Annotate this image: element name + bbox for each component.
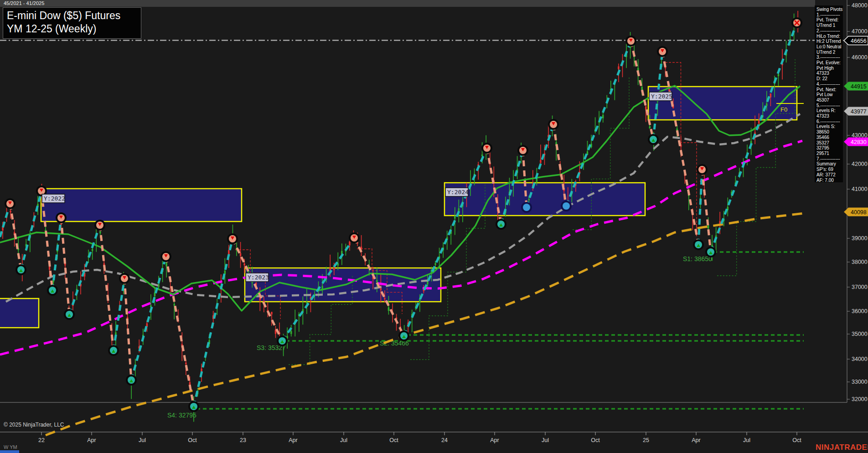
price-axis-label: 36000 bbox=[852, 308, 868, 314]
swing-pivots-panel: Swing Pivots1.-------------Pvt. Trend:UT… bbox=[815, 5, 843, 182]
support-level-label: S4: 32795 bbox=[167, 412, 196, 419]
panel-line: 35327 bbox=[816, 140, 843, 146]
time-axis-label: Apr bbox=[87, 437, 96, 443]
panel-line: Pvt. Evolve: bbox=[816, 60, 843, 66]
price-axis-label: 33000 bbox=[852, 379, 868, 385]
chart-title-box: E-mini Dow ($5) Futures YM 12-25 (Weekly… bbox=[3, 7, 141, 39]
copyright-label: © 2025 NinjaTrader, LLC bbox=[4, 422, 64, 428]
panel-line: 1.------------- bbox=[816, 12, 843, 18]
panel-line: 32795 bbox=[816, 145, 843, 151]
time-axis-label: Oct bbox=[389, 437, 398, 443]
year-label-text: Y:2022 bbox=[44, 195, 65, 202]
panel-line: Summary bbox=[816, 161, 843, 167]
time-axis-label: 22 bbox=[38, 437, 45, 443]
time-axis-label: Oct bbox=[792, 437, 801, 443]
panel-line: 47323 bbox=[816, 113, 843, 119]
year-label-text: Y:2024 bbox=[447, 189, 469, 196]
pivot-marker-inside bbox=[563, 202, 570, 210]
panel-line: Pvt High bbox=[816, 66, 843, 71]
panel-line: Hi:2 UTrend bbox=[816, 39, 843, 44]
time-axis-label: Jul bbox=[139, 437, 146, 443]
pivot-marker-inside bbox=[523, 204, 530, 211]
time-axis-label: Oct bbox=[188, 437, 197, 443]
price-axis-label: 41000 bbox=[852, 186, 868, 192]
panel-line: 45307 bbox=[816, 98, 843, 103]
time-axis-label: Jul bbox=[743, 437, 750, 443]
year-range-box bbox=[0, 299, 39, 328]
year-range-box bbox=[41, 189, 242, 221]
panel-line: 38650 bbox=[816, 129, 843, 135]
panel-line: 35466 bbox=[816, 135, 843, 140]
price-tag-value: 40098 bbox=[851, 209, 867, 216]
price-axis-label: 42000 bbox=[852, 161, 868, 167]
panel-line: AR: 3772 bbox=[816, 172, 843, 178]
panel-line: UTrend 1 bbox=[816, 23, 843, 28]
panel-line: 3.------------- bbox=[816, 55, 843, 60]
year-label-text: Y:2023 bbox=[248, 274, 269, 281]
price-axis-label: 46000 bbox=[852, 54, 868, 61]
ninjatrader-logo: NINJATRADER bbox=[816, 443, 868, 452]
time-axis-label: Jul bbox=[340, 437, 347, 443]
panel-line: 29571 bbox=[816, 151, 843, 156]
instrument-title: E-mini Dow ($5) Futures bbox=[7, 9, 137, 22]
price-axis-label: 39000 bbox=[852, 235, 868, 242]
panel-line: 2.------------- bbox=[816, 28, 843, 34]
time-axis-label: 25 bbox=[643, 437, 649, 443]
price-tag-value: 43977 bbox=[851, 108, 867, 115]
time-axis-label: Jul bbox=[542, 437, 549, 443]
panel-line: Pvt. Trend: bbox=[816, 17, 843, 23]
panel-line: 4.------------- bbox=[816, 82, 843, 87]
date-range-bar: 45/2021 - 41/2025 bbox=[0, 0, 815, 7]
price-axis-label: 48000 bbox=[852, 2, 868, 9]
time-axis-label: 24 bbox=[441, 437, 448, 443]
year-label-text: Y:2025 bbox=[651, 93, 672, 100]
price-axis-label: 35000 bbox=[852, 331, 868, 337]
panel-line: Lo:0 Neutral bbox=[816, 44, 843, 50]
tab-accent-bar bbox=[0, 450, 19, 453]
panel-line: 5.------------- bbox=[816, 103, 843, 108]
time-axis-label: Apr bbox=[490, 437, 499, 443]
chart-tab-label[interactable]: W YM bbox=[4, 444, 17, 450]
chart-window: S1: 38650S2: 35466S3: 35327S4: 32795F0Y:… bbox=[0, 0, 868, 453]
f0-label: F0 bbox=[780, 106, 787, 113]
panel-line: AF: 7.00 bbox=[816, 178, 843, 183]
panel-line: HiLo Trend: bbox=[816, 34, 843, 39]
price-tag-value: 44915 bbox=[851, 83, 867, 90]
panel-line: Pvt. Next: bbox=[816, 87, 843, 93]
time-axis-label: Oct bbox=[591, 437, 600, 443]
year-range-box bbox=[444, 183, 645, 216]
panel-line: Levels S: bbox=[816, 124, 843, 129]
time-axis-label: Apr bbox=[289, 437, 297, 443]
price-tag-value: 46656 bbox=[851, 38, 867, 44]
price-tag-value: 42830 bbox=[851, 139, 867, 145]
date-range-label: 45/2021 - 41/2025 bbox=[4, 0, 44, 6]
panel-line: 7.------------- bbox=[816, 156, 843, 162]
panel-line: Swing Pivots bbox=[816, 7, 843, 12]
panel-line: UTrend 2 bbox=[816, 50, 843, 55]
panel-line: 6.------------- bbox=[816, 119, 843, 124]
price-axis-label: 32000 bbox=[852, 396, 868, 402]
time-axis-label: Apr bbox=[692, 437, 700, 443]
price-axis-label: 37000 bbox=[852, 284, 868, 290]
price-axis-label: 34000 bbox=[852, 356, 868, 362]
panel-line: Pvt Low bbox=[816, 92, 843, 98]
panel-line: D: 22 bbox=[816, 76, 843, 82]
panel-line: SP's: 69 bbox=[816, 167, 843, 172]
panel-line: 47323 bbox=[816, 71, 843, 76]
price-chart[interactable]: S1: 38650S2: 35466S3: 35327S4: 32795F0Y:… bbox=[0, 0, 868, 453]
contract-title: YM 12-25 (Weekly) bbox=[7, 22, 137, 36]
price-axis-label: 38000 bbox=[852, 259, 868, 265]
time-axis-label: 23 bbox=[240, 437, 246, 443]
price-axis-label: 47000 bbox=[852, 28, 868, 35]
panel-line: Levels R: bbox=[816, 108, 843, 113]
